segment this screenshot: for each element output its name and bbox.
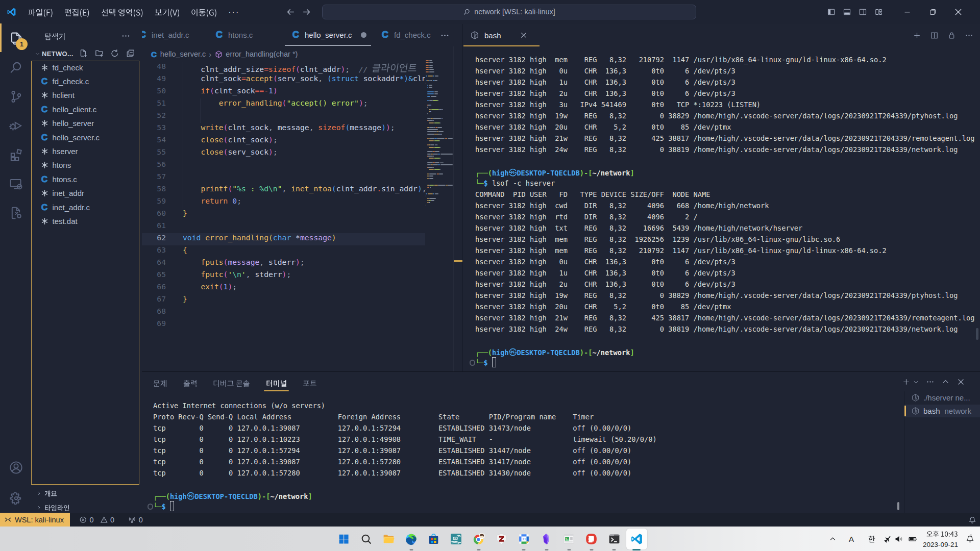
- taskbar-kali-vm[interactable]: KALI: [446, 529, 467, 549]
- tab-htons.c[interactable]: Chtons.c: [208, 24, 285, 45]
- notifications-bell[interactable]: [968, 513, 976, 527]
- panel-tab-problems[interactable]: [153, 372, 167, 394]
- taskbar-start[interactable]: [333, 529, 354, 549]
- menu-view[interactable]: [149, 4, 185, 20]
- tab-overflow-icon[interactable]: [440, 31, 450, 40]
- terminal-scrollbar[interactable]: [976, 328, 978, 340]
- taskbar-terminal[interactable]: [604, 529, 625, 549]
- tab-inet_addr.c[interactable]: Cinet_addr.c: [142, 24, 208, 45]
- breadcrumb-symbol[interactable]: error_handling(char *): [226, 50, 298, 58]
- ime-a-indicator[interactable]: A: [841, 535, 862, 543]
- menu-more[interactable]: ···: [223, 4, 245, 20]
- file-fd_check.c[interactable]: Cfd_check.c: [32, 74, 139, 88]
- collapse-all-icon[interactable]: [126, 48, 136, 59]
- new-terminal-icon[interactable]: [902, 378, 911, 386]
- activitybar-extensions[interactable]: [0, 140, 32, 169]
- file-fd_check[interactable]: fd_check: [32, 61, 139, 74]
- notification-center[interactable]: [960, 534, 980, 544]
- activitybar-search[interactable]: [0, 53, 32, 82]
- panel-tab-debug-console[interactable]: [213, 372, 250, 394]
- menu-go[interactable]: [185, 4, 223, 20]
- taskbar-z-app[interactable]: [491, 529, 512, 549]
- menu-edit[interactable]: [59, 4, 95, 20]
- taskbar-edge[interactable]: [401, 529, 422, 549]
- explorer-section-header[interactable]: NETWO...: [32, 46, 142, 61]
- close-button[interactable]: [945, 0, 971, 24]
- file-hello_server.c[interactable]: Chello_server.c: [32, 131, 139, 144]
- menu-file[interactable]: [22, 4, 59, 20]
- tab-fd_check.c[interactable]: Cfd_check.c: [374, 24, 447, 45]
- airplane-mode-icon[interactable]: [882, 534, 893, 544]
- nav-forward-icon[interactable]: [302, 7, 311, 17]
- clock[interactable]: 2023-09-21: [923, 529, 958, 549]
- file-htons.c[interactable]: Chtons.c: [32, 172, 139, 186]
- file-inet_addr[interactable]: inet_addr: [32, 186, 139, 200]
- file-test.dat[interactable]: test.dat: [32, 214, 139, 228]
- toggle-secondary-sidebar-icon[interactable]: [859, 8, 867, 16]
- terminal-bash-content[interactable]: hserver 3182 high mem REG 8,32 210792 11…: [463, 46, 980, 371]
- file-hello_client.c[interactable]: Chello_client.c: [32, 103, 139, 116]
- breadcrumb-file[interactable]: hello_server.c: [160, 50, 206, 58]
- terminal-netstat-content[interactable]: Active Internet connections (w/o servers…: [142, 394, 903, 513]
- nav-back-icon[interactable]: [286, 7, 296, 17]
- more-actions-icon[interactable]: [926, 378, 935, 386]
- toggle-sidebar-icon[interactable]: [827, 8, 836, 16]
- file-htons[interactable]: htons: [32, 158, 139, 172]
- split-editor-icon[interactable]: [930, 31, 939, 40]
- tab-hello_server.c[interactable]: Chello_server.c: [285, 24, 371, 45]
- lock-icon[interactable]: [947, 31, 956, 40]
- file-hclient[interactable]: hclient: [32, 88, 139, 102]
- activitybar-accounts[interactable]: [0, 453, 32, 482]
- taskbar-chrome[interactable]: [469, 529, 489, 549]
- new-file-icon[interactable]: [79, 48, 89, 59]
- taskbar-calendar[interactable]: 31: [513, 529, 534, 549]
- taskbar-file-explorer[interactable]: [378, 529, 399, 549]
- activitybar-explorer[interactable]: 1: [0, 24, 32, 53]
- panel-tab-output[interactable]: [183, 372, 198, 394]
- activitybar-run-and-debug[interactable]: [0, 111, 32, 140]
- ime-korean-indicator[interactable]: [862, 533, 882, 544]
- activitybar-settings[interactable]: [0, 484, 32, 513]
- new-terminal-icon[interactable]: [913, 31, 921, 40]
- close-panel-icon[interactable]: [957, 378, 965, 386]
- taskbar-vscode[interactable]: [626, 529, 647, 549]
- activitybar-wsl-targets[interactable]: [0, 198, 32, 228]
- terminal-list-item-2[interactable]: bashnetwork: [904, 405, 980, 418]
- remote-indicator[interactable]: WSL: kali-linux: [0, 513, 70, 527]
- ports-status[interactable]: 0: [128, 516, 143, 524]
- tray-expand[interactable]: [825, 535, 841, 543]
- taskbar-notes[interactable]: [558, 529, 579, 549]
- tab-close-icon[interactable]: [520, 31, 528, 39]
- toggle-panel-icon[interactable]: [843, 8, 851, 16]
- taskbar-obsidian[interactable]: [536, 529, 557, 549]
- sidebar-more-icon[interactable]: [121, 31, 131, 41]
- tab-bash-terminal[interactable]: bash: [463, 24, 540, 46]
- refresh-icon[interactable]: [110, 48, 120, 59]
- minimize-button[interactable]: [894, 0, 920, 24]
- sidebar-section-outline[interactable]: [32, 487, 142, 501]
- code-editor[interactable]: 48 clnt_addr_size=sizeof(clnt_addr); // …: [142, 62, 425, 371]
- problems-status[interactable]: 0 0 0: [79, 513, 143, 527]
- panel-tab-terminal[interactable]: [266, 372, 287, 394]
- terminal-scrollbar[interactable]: [897, 502, 899, 510]
- file-hserver[interactable]: hserver: [32, 144, 139, 158]
- maximize-button[interactable]: [920, 0, 945, 24]
- panel-tab-ports[interactable]: [303, 372, 317, 394]
- taskbar-search[interactable]: [356, 529, 377, 549]
- battery-status[interactable]: [905, 534, 921, 544]
- new-folder-icon[interactable]: [94, 48, 105, 59]
- breadcrumb[interactable]: C hello_server.c › error_handling(char *…: [142, 46, 462, 62]
- menu-selection[interactable]: [95, 4, 149, 20]
- file-hello_server[interactable]: hello_server: [32, 116, 139, 130]
- more-actions-icon[interactable]: [965, 31, 973, 40]
- activitybar-remote-explorer[interactable]: [0, 169, 32, 198]
- volume-control[interactable]: [893, 534, 905, 544]
- command-center-search[interactable]: network [WSL: kali-linux]: [322, 5, 696, 19]
- maximize-panel-icon[interactable]: [941, 378, 950, 386]
- taskbar-red-memo[interactable]: [581, 529, 602, 549]
- minimap[interactable]: [425, 46, 453, 371]
- terminal-list-item-1[interactable]: ./hserver ne...: [904, 391, 980, 405]
- terminal-dropdown-icon[interactable]: [913, 379, 919, 385]
- file-inet_addr.c[interactable]: Cinet_addr.c: [32, 201, 139, 214]
- customize-layout-icon[interactable]: [874, 8, 883, 16]
